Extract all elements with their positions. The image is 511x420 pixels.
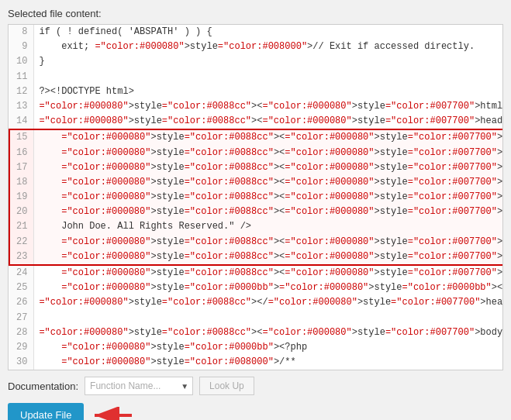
section-label: Selected file content: [8,8,503,19]
table-row: 8if ( ! defined( 'ABSPATH' ) ) { [9,25,503,40]
line-number: 28 [9,325,34,340]
line-number: 18 [9,175,34,190]
table-row: 9 exit; ="color:#000080">style="color:#0… [9,40,503,54]
table-row: 13="color:#000080">style="color:#0088cc"… [9,99,503,114]
line-number: 26 [9,295,34,310]
table-row: 18 ="color:#000080">style="color:#0088cc… [9,175,503,190]
line-code: ="color:#000080">style="color:#0088cc"><… [34,205,503,219]
line-number: 30 [9,355,34,370]
arrow-icon [91,407,134,420]
line-code: ="color:#000080">style="color:#0088cc"><… [34,190,503,205]
table-row: 29 ="color:#000080">style="color:#0000bb… [9,340,503,355]
update-file-button[interactable]: Update File [8,403,84,420]
line-code: ="color:#000080">style="color:#0088cc"><… [34,114,503,129]
table-row: 12?><!DOCTYPE html> [9,84,503,99]
table-row: 26="color:#000080">style="color:#0088cc"… [9,295,503,310]
lookup-button[interactable]: Look Up [199,377,254,395]
line-number: 27 [9,311,34,325]
line-number: 16 [9,146,34,160]
line-number: 24 [9,265,34,281]
line-code: ="color:#000080">style="color:#0088cc"><… [34,175,503,190]
line-code: John Doe. All Rights Reserved." /> [34,219,503,234]
line-number: 22 [9,235,34,250]
line-number: 19 [9,190,34,205]
table-row: 20 ="color:#000080">style="color:#0088cc… [9,205,503,219]
line-number: 10 [9,54,34,69]
table-row: 11 [9,70,503,84]
table-row: 25 ="color:#000080">style="color:#0000bb… [9,281,503,295]
table-row: 16 ="color:#000080">style="color:#0088cc… [9,146,503,160]
line-code: ?><!DOCTYPE html> [34,84,503,99]
table-row: 15 ="color:#000080">style="color:#0088cc… [9,129,503,145]
function-name-select-wrapper[interactable]: Function Name... ▼ [85,377,193,395]
line-number: 12 [9,84,34,99]
function-name-select[interactable]: Function Name... [85,377,193,395]
table-row: 24 ="color:#000080">style="color:#0088cc… [9,265,503,281]
line-number: 11 [9,70,34,84]
line-number: 13 [9,99,34,114]
line-code: ="color:#000080">style="color:#0088cc"><… [34,129,503,145]
line-code: ="color:#000080">style="color:#0088cc"><… [34,265,503,281]
line-number: 15 [9,129,34,145]
line-code: } [34,54,503,69]
line-code: ="color:#000080">style="color:#0088cc"><… [34,99,503,114]
line-number: 23 [9,250,34,265]
line-code [34,311,503,325]
line-code: ="color:#000080">style="color:#0000bb">=… [34,281,503,295]
line-number: 9 [9,40,34,54]
line-number: 17 [9,160,34,175]
line-number: 25 [9,281,34,295]
line-number: 20 [9,205,34,219]
table-row: 23 ="color:#000080">style="color:#0088cc… [9,250,503,265]
table-row: 27 [9,311,503,325]
line-code: ="color:#000080">style="color:#0088cc"><… [34,250,503,265]
line-number: 8 [9,25,34,40]
line-code: exit; ="color:#000080">style="color:#008… [34,40,503,54]
line-code: ="color:#000080">style="color:#0088cc"><… [34,325,503,340]
line-code: ="color:#000080">style="color:#0088cc"><… [34,235,503,250]
line-code: ="color:#000080">style="color:#0088cc"><… [34,146,503,160]
table-row: 22 ="color:#000080">style="color:#0088cc… [9,235,503,250]
table-row: 10} [9,54,503,69]
table-row: 21 John Doe. All Rights Reserved." /> [9,219,503,234]
line-code: ="color:#000080">style="color:#0088cc"><… [34,295,503,310]
table-row: 17 ="color:#000080">style="color:#0088cc… [9,160,503,175]
line-code: ="color:#000080">style="color:#008000">/… [34,355,503,370]
table-row: 14="color:#000080">style="color:#0088cc"… [9,114,503,129]
line-code [34,70,503,84]
line-code: if ( ! defined( 'ABSPATH' ) ) { [34,25,503,40]
table-row: 30 ="color:#000080">style="color:#008000… [9,355,503,370]
line-number: 29 [9,340,34,355]
line-number: 14 [9,114,34,129]
documentation-label: Documentation: [8,380,78,392]
table-row: 19 ="color:#000080">style="color:#0088cc… [9,190,503,205]
line-number: 21 [9,219,34,234]
code-container: 8if ( ! defined( 'ABSPATH' ) ) {9 exit; … [8,24,503,370]
line-code: ="color:#000080">style="color:#0000bb"><… [34,340,503,355]
table-row: 28="color:#000080">style="color:#0088cc"… [9,325,503,340]
line-code: ="color:#000080">style="color:#0088cc"><… [34,160,503,175]
